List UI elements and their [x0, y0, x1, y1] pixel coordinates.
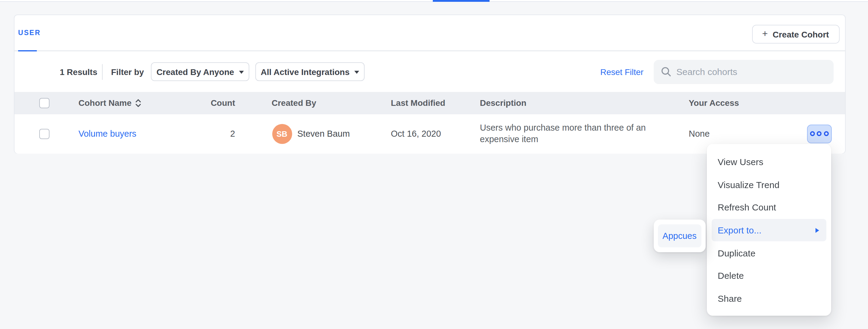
menu-item-view-users[interactable]: View Users — [707, 150, 831, 173]
menu-item-refresh-count[interactable]: Refresh Count — [707, 196, 831, 219]
menu-item-delete[interactable]: Delete — [707, 264, 831, 287]
created-by-dropdown[interactable]: Created By Anyone — [151, 62, 249, 81]
header-last-modified[interactable]: Last Modified — [391, 92, 445, 114]
menu-item-duplicate[interactable]: Duplicate — [707, 242, 831, 264]
filter-bar: 1 Results Filter by Created By Anyone Al… — [14, 51, 845, 92]
cohort-name-link[interactable]: Volume buyers — [79, 114, 136, 153]
results-count: 1 Results — [60, 51, 97, 92]
more-horizontal-icon — [817, 131, 822, 136]
caret-down-icon — [354, 71, 359, 74]
last-modified-value: Oct 16, 2020 — [391, 114, 441, 153]
top-nav-strip — [0, 0, 868, 2]
row-actions-button[interactable] — [807, 124, 832, 143]
submenu-item-appcues[interactable]: Appcues — [658, 224, 701, 247]
search-cohorts-box[interactable] — [653, 60, 833, 84]
export-submenu: Appcues — [653, 219, 706, 252]
row-checkbox[interactable] — [39, 129, 50, 139]
header-description[interactable]: Description — [480, 92, 526, 114]
menu-item-visualize-trend[interactable]: Visualize Trend — [707, 173, 831, 196]
filter-by-label: Filter by — [111, 51, 144, 92]
menu-item-export-to[interactable]: Export to... — [712, 219, 826, 242]
menu-item-export-label: Export to... — [718, 225, 762, 235]
cohorts-page: USER + Create Cohort 1 Results Filter by… — [0, 0, 868, 329]
menu-item-share[interactable]: Share — [707, 287, 831, 310]
cohorts-card: USER + Create Cohort 1 Results Filter by… — [13, 14, 845, 153]
table-header-row: Cohort Name Count Created By Last Modifi… — [14, 92, 845, 114]
created-by-dropdown-value: Created By Anyone — [156, 67, 234, 77]
search-cohorts-input[interactable] — [676, 66, 826, 77]
description-value: Users who purchase more than three of an… — [480, 114, 655, 153]
tab-user-label: USER — [18, 29, 41, 36]
more-horizontal-icon — [824, 131, 829, 136]
reset-filter-link[interactable]: Reset Filter — [600, 51, 644, 92]
creator-name: Steven Baum — [297, 129, 350, 138]
row-actions-menu: View Users Visualize Trend Refresh Count… — [707, 144, 831, 316]
card-tab-bar: USER + Create Cohort — [14, 15, 845, 51]
header-cohort-name[interactable]: Cohort Name — [79, 92, 141, 114]
integrations-dropdown-value: All Active Integrations — [261, 67, 350, 77]
tab-user[interactable]: USER — [18, 15, 41, 50]
header-created-by[interactable]: Created By — [272, 92, 316, 114]
creator-cell: SB Steven Baum — [272, 114, 350, 153]
search-icon — [661, 66, 671, 77]
caret-down-icon — [239, 71, 244, 74]
create-cohort-button[interactable]: + Create Cohort — [752, 25, 839, 44]
select-all-checkbox[interactable] — [39, 98, 50, 108]
active-nav-tab-indicator — [433, 0, 490, 2]
plus-icon: + — [762, 29, 768, 39]
avatar: SB — [272, 124, 292, 144]
more-horizontal-icon — [810, 131, 814, 136]
divider — [102, 64, 103, 80]
your-access-value: None — [689, 114, 710, 153]
integrations-dropdown[interactable]: All Active Integrations — [255, 62, 365, 81]
submenu-arrow-icon — [815, 228, 819, 232]
header-count[interactable]: Count — [198, 92, 235, 114]
sort-icon[interactable] — [135, 99, 141, 108]
header-your-access[interactable]: Your Access — [689, 92, 739, 114]
create-cohort-label: Create Cohort — [773, 29, 829, 39]
count-value: 2 — [198, 114, 235, 153]
